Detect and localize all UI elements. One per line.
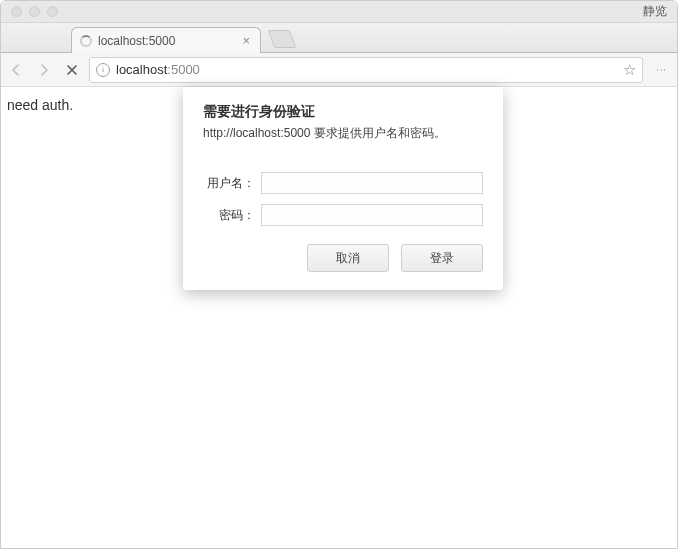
window-titlebar: 静览 [1, 1, 677, 23]
stop-reload-button[interactable] [65, 63, 79, 77]
browser-window: 静览 localhost:5000 × i localhost:5000 ☆ [0, 0, 678, 549]
username-label: 用户名： [203, 175, 255, 192]
back-button[interactable] [9, 63, 23, 77]
dialog-actions: 取消 登录 [203, 244, 483, 272]
site-info-icon[interactable]: i [96, 63, 110, 77]
url-rest: :5000 [167, 62, 200, 77]
password-input[interactable] [261, 204, 483, 226]
login-button[interactable]: 登录 [401, 244, 483, 272]
dialog-title: 需要进行身份验证 [203, 103, 483, 121]
nav-buttons [9, 63, 79, 77]
forward-button[interactable] [37, 63, 51, 77]
username-field-row: 用户名： [203, 172, 483, 194]
cancel-button[interactable]: 取消 [307, 244, 389, 272]
maximize-window-button[interactable] [47, 6, 58, 17]
dialog-description: http://localhost:5000 要求提供用户名和密码。 [203, 125, 483, 142]
url-text: localhost:5000 [116, 62, 617, 77]
minimize-window-button[interactable] [29, 6, 40, 17]
address-bar[interactable]: i localhost:5000 ☆ [89, 57, 643, 83]
url-host: localhost [116, 62, 167, 77]
password-label: 密码： [203, 207, 255, 224]
browser-tab[interactable]: localhost:5000 × [71, 27, 261, 53]
auth-dialog: 需要进行身份验证 http://localhost:5000 要求提供用户名和密… [183, 87, 503, 290]
tab-title: localhost:5000 [98, 34, 236, 48]
menubar-right-label: 静览 [643, 3, 667, 20]
password-field-row: 密码： [203, 204, 483, 226]
close-tab-icon[interactable]: × [242, 34, 250, 47]
tab-strip: localhost:5000 × [1, 23, 677, 53]
kebab-menu-icon: ⋮ [654, 65, 669, 74]
new-tab-button[interactable] [268, 30, 297, 48]
bookmark-star-icon[interactable]: ☆ [623, 61, 636, 79]
browser-menu-button[interactable]: ⋮ [653, 65, 669, 74]
toolbar: i localhost:5000 ☆ ⋮ [1, 53, 677, 87]
page-content: need auth. 需要进行身份验证 http://localhost:500… [1, 87, 677, 548]
close-window-button[interactable] [11, 6, 22, 17]
loading-spinner-icon [80, 35, 92, 47]
traffic-lights [11, 6, 58, 17]
username-input[interactable] [261, 172, 483, 194]
page-body-text: need auth. [7, 97, 73, 113]
